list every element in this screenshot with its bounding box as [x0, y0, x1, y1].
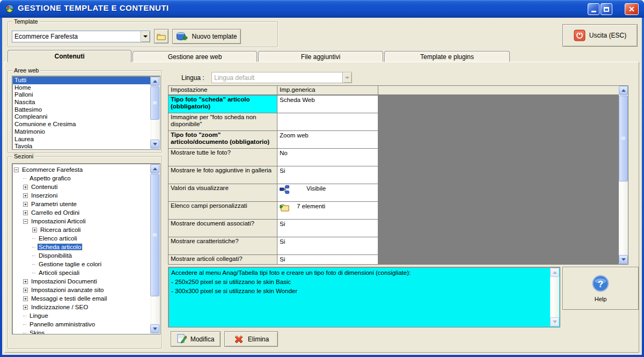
close-button[interactable]: ✕	[625, 3, 639, 15]
help-button[interactable]: ? Help	[562, 267, 639, 310]
tree-item[interactable]: Aspetto grafico	[14, 174, 150, 183]
tree-item[interactable]: +Parametri utente	[14, 200, 150, 208]
tab-contenuti[interactable]: Contenuti	[8, 50, 131, 62]
exit-button[interactable]: Uscita (ESC)	[562, 24, 638, 47]
tree-item-label: Carrello ed Ordini	[30, 209, 80, 216]
expand-plus-icon[interactable]: +	[23, 288, 28, 293]
scrollbar-thumb[interactable]	[150, 86, 159, 120]
tree-item[interactable]: +Indicizzazione / SEO	[14, 303, 150, 311]
scroll-down-icon[interactable]	[619, 255, 628, 264]
collapse-minus-icon[interactable]: −	[14, 167, 19, 172]
setting-row[interactable]: Mostrare le foto aggiuntive in galleriaS…	[169, 166, 620, 184]
scrollbar-thumb[interactable]	[150, 174, 159, 296]
list-item[interactable]: Palloni	[13, 91, 150, 99]
list-item[interactable]: Tavola	[13, 143, 150, 150]
info-box-scrollbar[interactable]	[550, 268, 559, 326]
maximize-icon	[604, 7, 609, 12]
tab-template-e-plugins[interactable]: Template e plugins	[384, 51, 510, 62]
setting-value-cell	[277, 113, 378, 131]
template-combobox-dropdown-button[interactable]	[141, 31, 150, 42]
scroll-up-icon[interactable]	[550, 268, 559, 277]
expand-plus-icon[interactable]: +	[23, 296, 28, 301]
setting-row[interactable]: Elenco campi personalizzati7 elementi	[169, 202, 620, 220]
setting-row[interactable]: Mostrare documenti associati?Si	[169, 220, 620, 237]
tab-file-aggiuntivi[interactable]: File aggiuntivi	[258, 51, 383, 62]
sezioni-scrollbar[interactable]	[150, 164, 159, 333]
maximize-button[interactable]	[601, 3, 612, 15]
list-item[interactable]: Matrimonio	[13, 128, 150, 136]
setting-row[interactable]: Mostrare tutte le foto?No	[169, 149, 620, 166]
expand-plus-icon[interactable]: +	[32, 228, 37, 232]
tree-item[interactable]: +Messaggi e testi delle email	[14, 294, 150, 303]
expand-plus-icon[interactable]: +	[23, 202, 28, 207]
tree-item[interactable]: +Impostazioni Documenti	[14, 277, 150, 286]
tree-item-label: Contenuti	[30, 184, 58, 190]
lingua-combobox-dropdown-button[interactable]	[342, 72, 352, 83]
list-item[interactable]: Home	[13, 84, 150, 92]
tree-item[interactable]: Skins	[14, 329, 150, 334]
aree-web-group-label: Aree web	[12, 67, 40, 74]
tree-item[interactable]: Elenco articoli	[14, 234, 150, 243]
expand-plus-icon[interactable]: +	[23, 210, 28, 215]
expand-plus-icon[interactable]: +	[23, 279, 28, 284]
tree-item-label: Messaggi e testi delle email	[30, 295, 108, 302]
scroll-down-icon[interactable]	[150, 324, 159, 333]
tree-item[interactable]: Gestione taglie e colori	[14, 260, 150, 268]
expand-plus-icon[interactable]: +	[23, 193, 28, 198]
scroll-down-icon[interactable]	[550, 317, 559, 326]
new-template-label: Nuovo template	[192, 33, 237, 40]
scroll-down-icon[interactable]	[150, 140, 159, 149]
app-window: GESTIONE TEMPLATE E CONTENUTI ✕ Template…	[0, 0, 644, 357]
list-item[interactable]: Battesimo	[13, 106, 150, 114]
tree-item[interactable]: Articoli speciali	[14, 268, 150, 277]
tab-gestione-aree-web[interactable]: Gestione aree web	[133, 51, 257, 62]
collapse-minus-icon[interactable]: −	[23, 219, 28, 224]
tree-item[interactable]: +Contenuti	[14, 183, 150, 191]
tree-item[interactable]: −Impostazioni Articoli	[14, 217, 150, 225]
setting-row[interactable]: Mostrare caratteristiche?Si	[169, 237, 620, 255]
tab-contenuti-label: Contenuti	[55, 53, 85, 60]
settings-table-scrollbar[interactable]	[619, 86, 628, 264]
minimize-button[interactable]	[588, 3, 599, 15]
list-item[interactable]: Tutti	[13, 77, 150, 84]
tree-item[interactable]: −Ecommerce Farefesta	[14, 165, 150, 174]
list-item[interactable]: Compleanni	[13, 113, 150, 121]
tree-item-label: Gestione taglie e colori	[38, 261, 103, 267]
expand-plus-icon[interactable]: +	[23, 305, 28, 310]
scrollbar-thumb[interactable]	[619, 96, 628, 181]
tree-item[interactable]: Disponibilità	[14, 251, 150, 260]
window-title: GESTIONE TEMPLATE E CONTENUTI	[18, 3, 169, 12]
list-item[interactable]: Laurea	[13, 136, 150, 143]
setting-row[interactable]: Tipo foto "scheda" articolo (obbligatori…	[169, 96, 620, 113]
elimina-button[interactable]: Elimina	[224, 331, 278, 347]
lingua-combobox[interactable]: Lingua default	[211, 72, 352, 83]
scroll-up-icon[interactable]	[150, 164, 159, 173]
aree-web-scrollbar[interactable]	[150, 77, 159, 149]
setting-row[interactable]: Tipo foto "zoom" articolo/documento (obb…	[169, 131, 620, 149]
expand-plus-icon[interactable]: +	[23, 185, 28, 190]
info-line: - 300x300 pixel se si utilizzano le skin…	[170, 287, 549, 296]
list-item[interactable]: Nascita	[13, 99, 150, 106]
tree-item[interactable]: Pannello amministrativo	[14, 320, 150, 329]
tree-connector	[23, 333, 26, 333]
tree-item[interactable]: Lingue	[14, 311, 150, 320]
scroll-up-icon[interactable]	[150, 77, 159, 86]
setting-value-text: Scheda Web	[280, 96, 315, 104]
browse-template-button[interactable]	[154, 29, 169, 43]
tree-connector	[23, 178, 26, 179]
setting-row[interactable]: Mostrare articoli collegati?Si	[169, 255, 620, 264]
setting-row[interactable]: Valori da visualizzareVisibile	[169, 184, 620, 202]
setting-value-cell: Scheda Web	[277, 96, 378, 113]
tree-item[interactable]: Scheda articolo	[14, 243, 150, 251]
scroll-up-icon[interactable]	[619, 86, 628, 95]
setting-row[interactable]: Immagine per "foto scheda non disponibil…	[169, 113, 620, 131]
new-template-button[interactable]: Nuovo template	[172, 29, 241, 44]
tree-item[interactable]: +Ricerca articoli	[14, 225, 150, 234]
tree-item[interactable]: +Inserzioni	[14, 191, 150, 200]
tree-item[interactable]: +Impostazioni avanzate sito	[14, 286, 150, 294]
template-combobox[interactable]: Ecommerce Farefesta	[12, 31, 150, 42]
modifica-button[interactable]: Modifica	[171, 331, 221, 347]
tree-item[interactable]: +Carrello ed Ordini	[14, 208, 150, 217]
list-item[interactable]: Comunione e Cresima	[13, 121, 150, 128]
tree-connector	[32, 273, 35, 273]
